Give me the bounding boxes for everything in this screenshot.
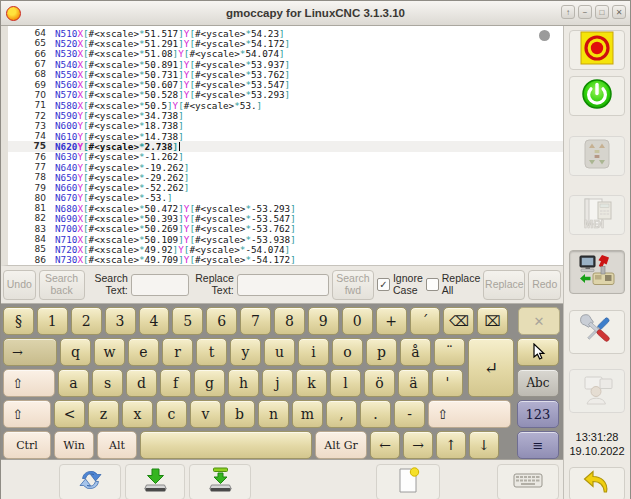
key-6[interactable]: 6 (206, 307, 237, 335)
user-button[interactable] (569, 369, 625, 413)
open-button[interactable] (125, 464, 185, 499)
key-123[interactable]: 123 (517, 400, 559, 428)
search-fwd-button[interactable]: Search fwd (332, 270, 374, 300)
mdi-button[interactable]: MDI (569, 195, 625, 235)
key-plus[interactable]: + (376, 307, 407, 335)
new-file-button[interactable] (376, 464, 440, 499)
clock-time: 13:31:28 (569, 430, 624, 444)
reload-button[interactable] (59, 464, 121, 499)
search-text-input[interactable] (131, 274, 189, 296)
key-delete[interactable]: ⌧ (477, 307, 508, 335)
key-comma[interactable]: , (326, 400, 357, 428)
key-l[interactable]: l (330, 369, 361, 397)
replace-text-input[interactable] (237, 274, 329, 296)
key-0[interactable]: 0 (342, 307, 373, 335)
key-adiaeresis[interactable]: ä (398, 369, 429, 397)
key-p[interactable]: p (366, 338, 397, 366)
key-minus[interactable]: - (394, 400, 425, 428)
key-up-arrow[interactable]: ↑ (436, 431, 466, 459)
key-1[interactable]: 1 (37, 307, 68, 335)
key-3[interactable]: 3 (105, 307, 136, 335)
key-backspace[interactable]: ⌫ (443, 307, 474, 335)
key-z[interactable]: z (88, 400, 119, 428)
manual-button[interactable] (569, 136, 625, 176)
key-d[interactable]: d (126, 369, 157, 397)
key-aring[interactable]: å (400, 338, 431, 366)
key-2[interactable]: 2 (71, 307, 102, 335)
key-w[interactable]: w (94, 338, 125, 366)
key-h[interactable]: h (228, 369, 259, 397)
onscreen-keyboard: ↵ §1234567890+´⌫⌧✕→qwertyuiopå¨⇧asdfghjk… (1, 304, 563, 459)
key-caps[interactable]: ⇧ (3, 369, 55, 397)
key-q[interactable]: q (60, 338, 91, 366)
key-space[interactable] (140, 431, 312, 459)
key-c[interactable]: c (156, 400, 187, 428)
key-enter[interactable]: ↵ (468, 338, 514, 397)
back-button[interactable] (569, 467, 625, 499)
key-o[interactable]: o (332, 338, 363, 366)
power-button[interactable] (569, 76, 625, 116)
key-9[interactable]: 9 (308, 307, 339, 335)
shade-button[interactable]: ↑ (561, 5, 575, 19)
key-e[interactable]: e (128, 338, 159, 366)
key-t[interactable]: t (196, 338, 227, 366)
save-button[interactable] (189, 464, 251, 499)
key-down-arrow[interactable]: ↓ (469, 431, 499, 459)
key-acute[interactable]: ´ (410, 307, 441, 335)
key-tab[interactable]: → (3, 338, 57, 366)
auto-button[interactable] (569, 250, 625, 294)
bottom-toolbar (1, 459, 563, 499)
key-win[interactable]: Win (54, 431, 94, 459)
key-g[interactable]: g (194, 369, 225, 397)
key-5[interactable]: 5 (172, 307, 203, 335)
key-v[interactable]: v (190, 400, 221, 428)
maximize-button[interactable]: □ (595, 5, 609, 19)
key-i[interactable]: i (298, 338, 329, 366)
key-less[interactable]: < (54, 400, 85, 428)
estop-button[interactable] (569, 30, 625, 70)
key-ctrl[interactable]: Ctrl (3, 431, 51, 459)
redo-button[interactable]: Redo (528, 270, 561, 300)
key-pointer[interactable] (517, 338, 559, 366)
key-shift-left[interactable]: ⇧ (3, 400, 51, 428)
key-section[interactable]: § (3, 307, 34, 335)
key-b[interactable]: b (224, 400, 255, 428)
key-y[interactable]: y (230, 338, 261, 366)
minimize-button[interactable]: − (578, 5, 592, 19)
key-7[interactable]: 7 (240, 307, 271, 335)
key-abc[interactable]: Abc (517, 369, 559, 397)
replace-button[interactable]: Replace (483, 270, 525, 300)
ignore-case-checkbox[interactable]: ✓ (377, 278, 390, 291)
onscreen-keyboard-button[interactable] (497, 464, 559, 499)
key-n[interactable]: n (258, 400, 289, 428)
key-4[interactable]: 4 (139, 307, 170, 335)
settings-button[interactable] (569, 310, 625, 354)
key-odiaeresis[interactable]: ö (364, 369, 395, 397)
scrollbar-thumb[interactable] (539, 30, 550, 41)
close-button[interactable]: ✕ (612, 5, 626, 19)
key-altgr[interactable]: Alt Gr (315, 431, 367, 459)
key-m[interactable]: m (292, 400, 323, 428)
key-alt[interactable]: Alt (97, 431, 137, 459)
key-apostrophe[interactable]: ' (432, 369, 463, 397)
key-x[interactable]: x (122, 400, 153, 428)
key-menu[interactable]: ≡ (517, 431, 559, 459)
replace-all-checkbox[interactable] (426, 278, 439, 291)
key-f[interactable]: f (160, 369, 191, 397)
key-r[interactable]: r (162, 338, 193, 366)
key-u[interactable]: u (264, 338, 295, 366)
key-8[interactable]: 8 (274, 307, 305, 335)
key-a[interactable]: a (58, 369, 89, 397)
key-shift-right[interactable]: ⇧ (428, 400, 511, 428)
key-j[interactable]: j (262, 369, 293, 397)
search-back-button[interactable]: Search back (39, 270, 85, 300)
gcode-editor[interactable]: 64N510X[#<xscale>*51.517]Y[#<yscale>*54.… (1, 26, 563, 266)
undo-button[interactable]: Undo (3, 270, 36, 300)
key-close[interactable]: ✕ (518, 307, 560, 335)
key-diaeresis[interactable]: ¨ (434, 338, 465, 366)
key-left-arrow[interactable]: ← (370, 431, 400, 459)
key-right-arrow[interactable]: → (403, 431, 433, 459)
key-period[interactable]: . (360, 400, 391, 428)
key-s[interactable]: s (92, 369, 123, 397)
key-k[interactable]: k (296, 369, 327, 397)
